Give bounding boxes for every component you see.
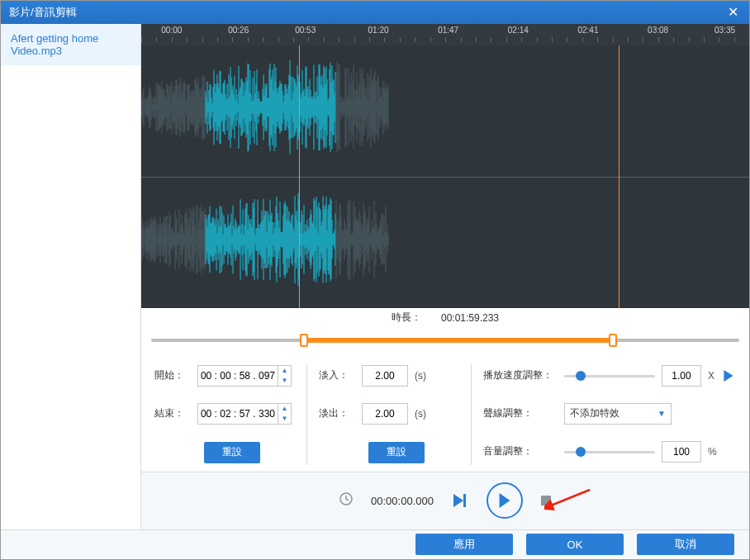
svg-marker-4 <box>500 493 510 508</box>
sidebar-item-file[interactable]: Afert getting home Video.mp3 <box>1 24 140 65</box>
ruler-tick: 03:35 <box>714 26 735 35</box>
selection-end-marker[interactable] <box>619 45 619 308</box>
playback-time: 00:00:00.000 <box>371 495 434 507</box>
fade-out-label: 淡出： <box>319 406 355 420</box>
end-time-input[interactable]: ▲▼ <box>197 403 292 425</box>
waveform-area[interactable] <box>141 45 749 308</box>
voice-effect-select[interactable]: 不添加特效 ▼ <box>564 403 672 425</box>
range-handle-start[interactable] <box>300 334 308 347</box>
spin-down-icon[interactable]: ▼ <box>278 414 291 424</box>
sidebar: Afert getting home Video.mp3 <box>1 24 141 529</box>
duration-value: 00:01:59.233 <box>441 312 499 324</box>
main-panel: 00:00 00:26 00:53 01:20 01:47 02:14 02:4… <box>141 24 749 529</box>
svg-line-6 <box>551 490 590 505</box>
start-time-field[interactable] <box>198 366 278 386</box>
volume-slider[interactable] <box>564 444 655 460</box>
reset-fade-button[interactable]: 重設 <box>368 442 425 463</box>
speed-slider[interactable] <box>564 368 655 384</box>
ruler-tick: 00:26 <box>228 26 249 35</box>
volume-label: 音量調整： <box>483 444 558 458</box>
speed-unit: X <box>708 370 714 382</box>
fade-in-input[interactable] <box>362 365 408 387</box>
voice-effect-selected: 不添加特效 <box>570 406 619 420</box>
svg-marker-0 <box>724 370 733 382</box>
close-icon[interactable]: ✕ <box>724 4 741 20</box>
svg-marker-2 <box>453 494 463 507</box>
duration-label: 時長： <box>392 311 421 325</box>
selection-start-marker[interactable] <box>299 45 300 308</box>
play-button[interactable] <box>487 482 523 519</box>
fade-out-unit: (s) <box>415 408 426 420</box>
apply-button[interactable]: 應用 <box>415 534 513 555</box>
timeline-ruler[interactable]: 00:00 00:26 00:53 01:20 01:47 02:14 02:4… <box>141 24 749 45</box>
volume-unit: % <box>708 446 717 458</box>
chevron-down-icon: ▼ <box>657 409 666 418</box>
ruler-tick: 00:00 <box>161 26 182 35</box>
speed-label: 播放速度調整： <box>483 368 558 382</box>
editor-window: 影片/音訊剪輯 ✕ Afert getting home Video.mp3 0… <box>0 0 750 560</box>
titlebar: 影片/音訊剪輯 ✕ <box>1 1 749 24</box>
fade-in-unit: (s) <box>415 370 426 382</box>
controls-grid: 開始： ▲▼ 結束： ▲▼ 重設 <box>141 359 749 472</box>
svg-rect-3 <box>463 494 466 507</box>
speed-preview-play-icon[interactable] <box>721 368 736 383</box>
volume-input[interactable] <box>662 441 701 463</box>
ok-button[interactable]: OK <box>526 534 624 555</box>
fade-in-label: 淡入： <box>319 368 355 382</box>
reset-trim-button[interactable]: 重設 <box>204 442 260 463</box>
window-title: 影片/音訊剪輯 <box>9 5 77 20</box>
sidebar-item-label: Afert getting home Video.mp3 <box>11 32 98 57</box>
clock-icon <box>339 492 353 509</box>
annotation-arrow <box>544 487 594 512</box>
playback-bar: 00:00:00.000 <box>141 472 749 529</box>
ruler-tick: 02:41 <box>577 26 598 35</box>
cancel-button[interactable]: 取消 <box>637 534 734 555</box>
start-label: 開始： <box>154 368 191 382</box>
skip-to-start-icon[interactable] <box>452 494 468 507</box>
stop-button[interactable] <box>541 496 551 505</box>
end-time-field[interactable] <box>198 404 278 424</box>
fade-out-input[interactable] <box>362 403 408 425</box>
ruler-tick: 01:47 <box>438 26 458 35</box>
spin-up-icon[interactable]: ▲ <box>278 366 291 376</box>
voice-label: 聲線調整： <box>483 406 558 420</box>
ruler-tick: 02:14 <box>508 26 529 35</box>
range-handle-end[interactable] <box>609 334 617 347</box>
ruler-tick: 01:20 <box>368 26 389 35</box>
ruler-tick: 00:53 <box>295 26 316 35</box>
spin-up-icon[interactable]: ▲ <box>278 404 291 414</box>
duration-row: 時長： 00:01:59.233 <box>141 308 749 328</box>
speed-input[interactable] <box>662 365 701 387</box>
ruler-tick: 03:08 <box>648 26 668 35</box>
range-slider[interactable] <box>151 331 739 349</box>
spin-down-icon[interactable]: ▼ <box>278 376 291 386</box>
end-label: 結束： <box>154 406 191 420</box>
start-time-input[interactable]: ▲▼ <box>197 365 292 387</box>
bottom-bar: 應用 OK 取消 <box>1 529 749 559</box>
